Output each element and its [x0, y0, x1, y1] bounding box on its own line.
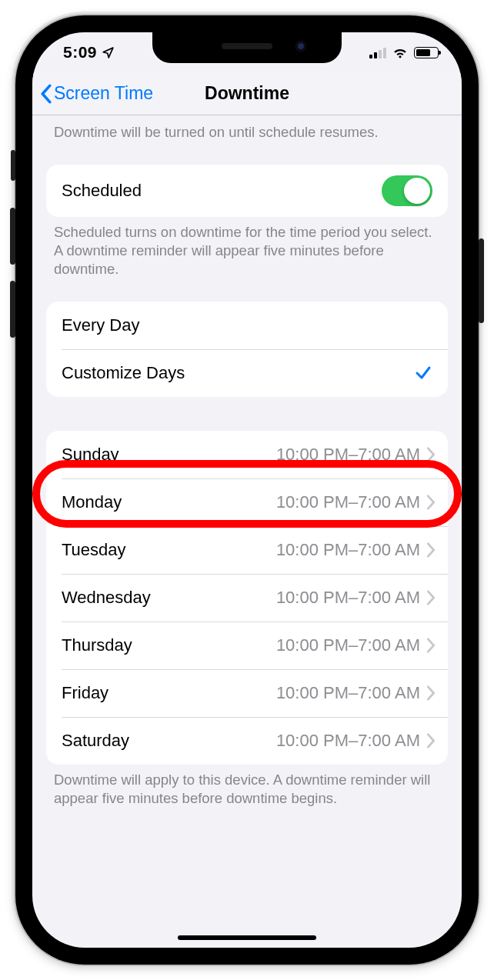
day-row-tuesday[interactable]: Tuesday 10:00 PM–7:00 AM	[46, 526, 448, 574]
day-range: 10:00 PM–7:00 AM	[276, 492, 420, 512]
silence-switch	[11, 150, 15, 181]
notch	[152, 32, 342, 63]
day-row-monday[interactable]: Monday 10:00 PM–7:00 AM	[46, 478, 448, 526]
content[interactable]: Downtime will be turned on until schedul…	[32, 115, 462, 838]
phone-frame: 5:09 Screen Time Downtime	[15, 15, 479, 965]
day-range: 10:00 PM–7:00 AM	[276, 635, 420, 655]
chevron-right-icon	[426, 638, 436, 653]
day-label: Saturday	[62, 731, 129, 751]
home-indicator[interactable]	[178, 935, 316, 940]
back-button[interactable]: Screen Time	[40, 72, 153, 115]
location-icon	[102, 46, 115, 59]
status-time: 5:09	[63, 43, 97, 62]
day-label: Friday	[62, 683, 108, 703]
chevron-right-icon	[426, 685, 436, 701]
back-label: Screen Time	[54, 83, 153, 104]
volume-up-button	[10, 208, 15, 265]
battery-icon	[414, 47, 439, 58]
day-row-saturday[interactable]: Saturday 10:00 PM–7:00 AM	[46, 717, 448, 765]
screen: 5:09 Screen Time Downtime	[32, 32, 462, 948]
intro-footer: Downtime will be turned on until schedul…	[32, 115, 462, 142]
every-day-label: Every Day	[62, 315, 139, 335]
volume-down-button	[10, 281, 15, 338]
day-label: Thursday	[62, 635, 132, 655]
day-range: 10:00 PM–7:00 AM	[276, 540, 420, 560]
day-label: Wednesday	[62, 588, 151, 608]
nav-title: Downtime	[205, 83, 289, 104]
customize-days-label: Customize Days	[62, 363, 185, 383]
day-row-wednesday[interactable]: Wednesday 10:00 PM–7:00 AM	[46, 574, 448, 622]
scheduled-toggle[interactable]	[382, 175, 432, 206]
day-range: 10:00 PM–7:00 AM	[276, 731, 420, 751]
day-range: 10:00 PM–7:00 AM	[276, 683, 420, 703]
day-row-sunday[interactable]: Sunday 10:00 PM–7:00 AM	[46, 431, 448, 478]
cellular-icon	[369, 47, 386, 58]
day-label: Monday	[62, 492, 122, 512]
scheduled-row[interactable]: Scheduled	[46, 165, 448, 217]
chevron-right-icon	[426, 590, 436, 605]
chevron-right-icon	[426, 447, 436, 462]
day-row-thursday[interactable]: Thursday 10:00 PM–7:00 AM	[46, 622, 448, 669]
scheduled-group: Scheduled	[46, 165, 448, 217]
day-label: Tuesday	[62, 540, 126, 560]
day-range: 10:00 PM–7:00 AM	[276, 588, 420, 608]
scheduled-footer: Scheduled turns on downtime for the time…	[32, 217, 462, 278]
day-label: Sunday	[62, 445, 119, 465]
mode-customize-days[interactable]: Customize Days	[46, 349, 448, 397]
checkmark-icon	[414, 364, 432, 382]
mode-group: Every Day Customize Days	[46, 302, 448, 397]
wifi-icon	[392, 46, 409, 58]
day-row-friday[interactable]: Friday 10:00 PM–7:00 AM	[46, 669, 448, 717]
day-range: 10:00 PM–7:00 AM	[276, 445, 420, 465]
nav-bar: Screen Time Downtime	[32, 72, 462, 115]
scheduled-label: Scheduled	[62, 181, 142, 201]
chevron-right-icon	[426, 733, 436, 748]
days-footer: Downtime will apply to this device. A do…	[32, 765, 462, 808]
mode-every-day[interactable]: Every Day	[46, 302, 448, 349]
power-button	[479, 238, 484, 323]
chevron-right-icon	[426, 542, 436, 558]
chevron-right-icon	[426, 495, 436, 510]
days-group: Sunday 10:00 PM–7:00 AM Monday 10:00 PM–…	[46, 431, 448, 765]
